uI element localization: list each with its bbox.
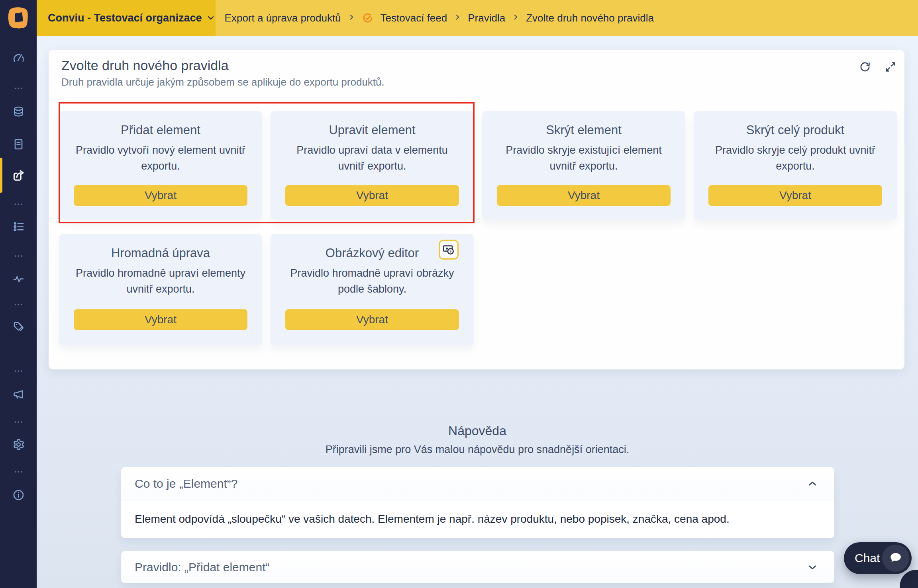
chat-bubble-icon bbox=[888, 550, 904, 566]
breadcrumb: Export a úprava produktů Testovací feed … bbox=[216, 0, 918, 36]
accordion-header-rule-pridat-element[interactable]: Pravidlo: „Přidat element“ bbox=[121, 551, 834, 583]
card-title: Hromadná úprava bbox=[111, 246, 210, 260]
accordion-rule-pridat-element: Pravidlo: „Přidat element“ bbox=[121, 551, 834, 583]
sidebar-item-export[interactable] bbox=[9, 166, 28, 185]
megaphone-icon bbox=[12, 388, 25, 401]
help-title: Nápověda bbox=[37, 424, 918, 438]
card-pridat-element: Přidat element Pravidlo vytvoří nový ele… bbox=[59, 111, 262, 219]
sidebar-item-rules[interactable] bbox=[9, 217, 28, 236]
organization-name: Conviu - Testovací organizace bbox=[48, 12, 202, 24]
chat-launcher[interactable]: Chat bbox=[844, 542, 912, 574]
help-subtitle: Připravili jsme pro Vás malou nápovědu p… bbox=[37, 443, 918, 456]
ellipsis-icon bbox=[12, 466, 24, 478]
money-icon: $ bbox=[441, 242, 456, 257]
card-title: Upravit element bbox=[329, 123, 415, 137]
sidebar-item-reports[interactable] bbox=[9, 135, 28, 154]
ellipsis-icon bbox=[12, 299, 24, 311]
chevron-down-icon bbox=[206, 13, 216, 23]
sidebar-item-data[interactable] bbox=[9, 102, 28, 121]
share-export-icon bbox=[11, 168, 26, 183]
card-description: Pravidlo skryje existující element uvnit… bbox=[482, 142, 685, 174]
card-description: Pravidlo hromadně upraví elementy uvnitř… bbox=[59, 265, 262, 297]
document-icon bbox=[12, 138, 25, 151]
ellipsis-icon bbox=[12, 250, 24, 262]
card-description: Pravidlo hromadně upraví obrázky podle š… bbox=[271, 265, 474, 297]
page-title: Zvolte druh nového pravidla bbox=[61, 58, 229, 73]
panel-actions bbox=[857, 59, 898, 74]
vybrat-button-upravit-element[interactable]: Vybrat bbox=[285, 185, 459, 206]
vybrat-button-obrazkovy-editor[interactable]: Vybrat bbox=[285, 309, 459, 330]
chat-bubble-circle bbox=[882, 545, 909, 572]
gear-icon bbox=[12, 438, 25, 451]
accordion-what-is-element: Co to je „Element“? Element odpovídá „sl… bbox=[121, 467, 834, 538]
checklist-icon bbox=[12, 220, 25, 233]
ellipsis-icon bbox=[12, 198, 24, 210]
card-title: Skrýt celý produkt bbox=[746, 123, 844, 137]
sidebar-item-announcements[interactable] bbox=[9, 385, 28, 404]
card-upravit-element: Upravit element Pravidlo upraví data v e… bbox=[271, 111, 474, 219]
sidebar-active-indicator bbox=[0, 158, 2, 193]
feed-check-icon bbox=[362, 12, 374, 24]
page-subtitle: Druh pravidla určuje jakým způsobem se a… bbox=[61, 76, 384, 88]
tags-icon bbox=[12, 320, 25, 333]
sidebar-group-dots-7 bbox=[9, 462, 28, 481]
sidebar-item-settings[interactable] bbox=[9, 435, 28, 454]
card-title: Přidat element bbox=[121, 123, 200, 137]
svg-text:$: $ bbox=[449, 249, 452, 253]
expand-button[interactable] bbox=[883, 59, 898, 74]
ellipsis-icon bbox=[12, 365, 24, 377]
breadcrumb-item-feed[interactable]: Testovací feed bbox=[381, 12, 447, 24]
rule-cards-row-2: Hromadná úprava Pravidlo hromadně upraví… bbox=[59, 234, 474, 345]
sidebar-item-info[interactable] bbox=[9, 485, 28, 504]
conviu-logo-icon bbox=[6, 5, 31, 31]
breadcrumb-item-rules[interactable]: Pravidla bbox=[468, 12, 505, 24]
accordion-label: Pravidlo: „Přidat element“ bbox=[135, 561, 806, 574]
sidebar-group-dots-2 bbox=[9, 195, 28, 214]
sidebar-group-dots-6 bbox=[9, 412, 28, 432]
conviu-logo[interactable] bbox=[0, 0, 37, 36]
sidebar-group-dots-3 bbox=[9, 246, 28, 266]
top-header: Conviu - Testovací organizace Export a ú… bbox=[37, 0, 918, 36]
accordion-label: Co to je „Element“? bbox=[135, 477, 806, 490]
app-root: Conviu - Testovací organizace Export a ú… bbox=[0, 0, 918, 588]
expand-icon bbox=[884, 61, 897, 73]
gauge-icon bbox=[12, 52, 25, 65]
chevron-down-icon bbox=[806, 561, 818, 573]
breadcrumb-item-current: Zvolte druh nového pravidla bbox=[526, 12, 654, 24]
accordion-content: Element odpovídá „sloupečku“ ve vašich d… bbox=[121, 500, 834, 538]
organization-selector[interactable]: Conviu - Testovací organizace bbox=[37, 0, 216, 36]
refresh-button[interactable] bbox=[857, 59, 873, 74]
sidebar-group-dots-4 bbox=[9, 295, 28, 314]
sidebar-group-dots-5 bbox=[9, 361, 28, 381]
vybrat-button-hromadna-uprava[interactable]: Vybrat bbox=[74, 309, 247, 330]
card-title: Skrýt element bbox=[546, 123, 622, 137]
card-hromadna-uprava: Hromadná úprava Pravidlo hromadně upraví… bbox=[59, 234, 262, 345]
vybrat-button-skryt-cely-produkt[interactable]: Vybrat bbox=[708, 185, 882, 206]
sidebar-item-dashboard[interactable] bbox=[9, 49, 28, 68]
breadcrumb-chevron-icon bbox=[454, 14, 461, 22]
ellipsis-icon bbox=[12, 416, 24, 428]
sidebar-item-monitoring[interactable] bbox=[9, 269, 28, 288]
refresh-icon bbox=[859, 61, 871, 73]
database-icon bbox=[12, 105, 25, 119]
card-description: Pravidlo skryje celý produkt uvnitř expo… bbox=[694, 142, 897, 174]
sidebar-item-tags[interactable] bbox=[9, 317, 28, 336]
accordion-header-what-is-element[interactable]: Co to je „Element“? bbox=[121, 467, 834, 500]
info-icon bbox=[12, 488, 25, 502]
paid-feature-badge: $ bbox=[439, 240, 459, 260]
card-description: Pravidlo upraví data v elementu uvnitř e… bbox=[271, 142, 474, 174]
vybrat-button-skryt-element[interactable]: Vybrat bbox=[497, 185, 671, 206]
chat-label: Chat bbox=[855, 551, 880, 565]
chevron-up-icon bbox=[806, 478, 818, 490]
sidebar bbox=[0, 0, 37, 588]
card-skryt-cely-produkt: Skrýt celý produkt Pravidlo skryje celý … bbox=[694, 111, 897, 219]
vybrat-button-pridat-element[interactable]: Vybrat bbox=[74, 185, 247, 206]
rule-cards-row-1: Přidat element Pravidlo vytvoří nový ele… bbox=[59, 111, 897, 219]
card-skryt-element: Skrýt element Pravidlo skryje existující… bbox=[482, 111, 685, 219]
breadcrumb-chevron-icon bbox=[512, 14, 519, 22]
breadcrumb-item-export[interactable]: Export a úprava produktů bbox=[225, 12, 341, 24]
pulse-icon bbox=[12, 272, 25, 285]
breadcrumb-chevron-icon bbox=[348, 14, 355, 22]
rule-type-panel: Zvolte druh nového pravidla Druh pravidl… bbox=[49, 50, 904, 369]
ellipsis-icon bbox=[12, 82, 24, 94]
